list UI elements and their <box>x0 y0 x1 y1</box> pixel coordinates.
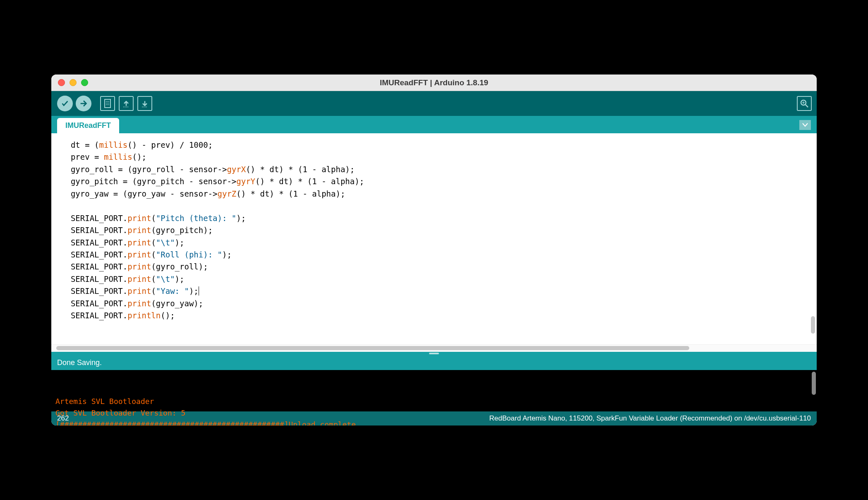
svg-point-9 <box>108 104 109 105</box>
code-content[interactable]: dt = (millis() - prev) / 1000; prev = mi… <box>51 133 817 328</box>
new-button[interactable] <box>99 95 116 112</box>
maximize-button[interactable] <box>81 79 88 86</box>
svg-point-2 <box>107 101 108 102</box>
magnifier-icon <box>799 99 809 108</box>
code-line[interactable]: SERIAL_PORT.print("Yaw: "); <box>61 285 807 297</box>
code-line[interactable]: SERIAL_PORT.print("\t"); <box>61 273 807 285</box>
close-button[interactable] <box>58 79 65 86</box>
window-title: IMUReadFFT | Arduino 1.8.19 <box>380 78 488 87</box>
editor-horizontal-scrollbar[interactable] <box>51 344 817 352</box>
code-line[interactable]: SERIAL_PORT.print("Roll (phi): "); <box>61 249 807 261</box>
code-line[interactable]: gyro_pitch = (gyro_pitch - sensor->gyrY(… <box>61 175 807 188</box>
code-line[interactable]: SERIAL_PORT.print("\t"); <box>61 237 807 249</box>
splitter-handle-icon <box>429 353 439 354</box>
scrollbar-thumb[interactable] <box>811 316 815 334</box>
serial-monitor-button[interactable] <box>797 96 812 111</box>
code-line[interactable]: SERIAL_PORT.println(); <box>61 310 807 322</box>
svg-point-8 <box>107 104 108 105</box>
svg-point-4 <box>106 103 107 103</box>
svg-point-3 <box>108 101 109 102</box>
splitter[interactable] <box>51 352 817 355</box>
verify-button[interactable] <box>56 95 74 112</box>
code-line[interactable]: SERIAL_PORT.print(gyro_pitch); <box>61 224 807 236</box>
titlebar[interactable]: IMUReadFFT | Arduino 1.8.19 <box>51 75 817 91</box>
chevron-down-icon <box>802 123 808 127</box>
console-line: [#######################################… <box>55 419 813 425</box>
tab-menu-dropdown[interactable] <box>799 120 811 130</box>
svg-point-1 <box>106 101 107 102</box>
console-scrollbar[interactable] <box>812 372 816 395</box>
scrollbar-thumb[interactable] <box>56 346 689 350</box>
editor-vertical-scrollbar[interactable] <box>809 133 815 344</box>
window-controls <box>58 79 88 86</box>
arrow-right-icon <box>79 99 88 108</box>
console-line: Artemis SVL Bootloader <box>55 396 813 407</box>
code-line[interactable]: prev = millis(); <box>61 151 807 163</box>
tab-imureadfft[interactable]: IMUReadFFT <box>57 118 119 133</box>
svg-point-7 <box>106 104 107 105</box>
code-line[interactable]: SERIAL_PORT.print(gyro_yaw); <box>61 298 807 310</box>
status-message: Done Saving. <box>57 358 102 367</box>
console-line: Got SVL Bootloader Version: 5 <box>55 407 813 419</box>
code-line[interactable]: dt = (millis() - prev) / 1000; <box>61 139 807 151</box>
code-editor[interactable]: dt = (millis() - prev) / 1000; prev = mi… <box>51 133 817 344</box>
minimize-button[interactable] <box>70 79 77 86</box>
code-line[interactable]: gyro_yaw = (gyro_yaw - sensor->gyrZ() * … <box>61 188 807 200</box>
open-button[interactable] <box>117 95 135 112</box>
code-line[interactable]: SERIAL_PORT.print("Pitch (theta): "); <box>61 212 807 224</box>
status-bar: Done Saving. <box>51 355 817 370</box>
output-console[interactable]: Artemis SVL BootloaderGot SVL Bootloader… <box>51 370 817 411</box>
console-content: Artemis SVL BootloaderGot SVL Bootloader… <box>55 396 813 425</box>
text-cursor <box>199 286 199 296</box>
code-line[interactable] <box>61 200 807 212</box>
save-button[interactable] <box>136 95 153 112</box>
svg-point-6 <box>108 103 109 103</box>
ide-window: IMUReadFFT | Arduino 1.8.19 <box>51 75 817 425</box>
svg-point-5 <box>107 103 108 103</box>
code-line[interactable]: gyro_roll = (gyro_roll - sensor->gyrX() … <box>61 163 807 175</box>
tabs-bar: IMUReadFFT <box>51 116 817 133</box>
code-line[interactable]: SERIAL_PORT.print(gyro_roll); <box>61 261 807 273</box>
svg-line-13 <box>806 105 808 107</box>
file-icon <box>103 99 112 108</box>
arrow-up-icon <box>122 99 130 108</box>
toolbar <box>51 91 817 116</box>
upload-button[interactable] <box>75 95 92 112</box>
check-icon <box>60 99 70 108</box>
arrow-down-icon <box>141 99 149 108</box>
